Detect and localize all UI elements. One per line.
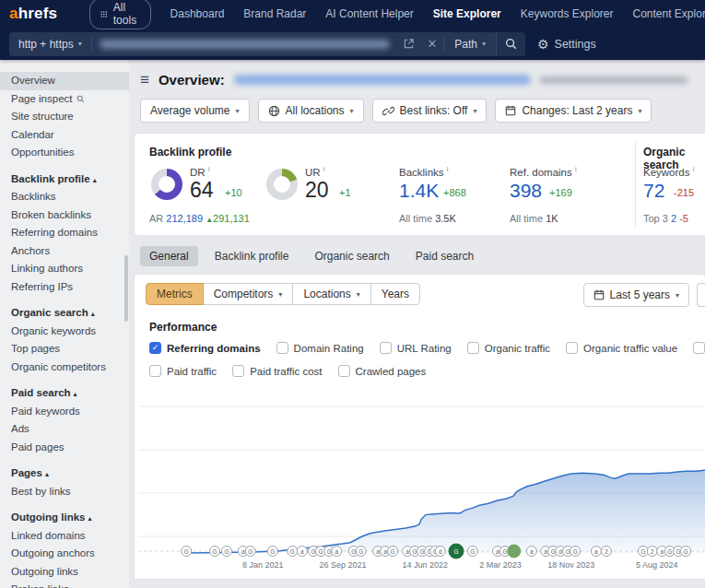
sidebar-item-backlinks[interactable]: Backlinks	[0, 188, 129, 206]
date-range-dropdown[interactable]: Last 5 years ▾	[583, 283, 689, 307]
sidebar-item-organic-search[interactable]: Organic search▴	[0, 304, 129, 323]
metric-checkbox-organic-pages[interactable]: Organic pages	[693, 342, 705, 354]
google-update-marker[interactable]: G	[570, 547, 581, 557]
tab-organic-search[interactable]: Organic search	[305, 246, 398, 266]
sidebar-item-ads[interactable]: Ads	[0, 420, 129, 439]
google-update-marker[interactable]: G	[356, 547, 366, 557]
checkbox-unchecked-icon[interactable]	[232, 365, 244, 377]
topnav-item-brand-radar[interactable]: Brand Radar	[243, 7, 306, 20]
segment-metrics[interactable]: Metrics	[146, 283, 204, 305]
google-update-marker[interactable]: a	[332, 547, 342, 557]
google-update-marker[interactable]: G	[681, 547, 691, 557]
sidebar-item-overview[interactable]: Overview	[0, 72, 129, 90]
referring-domains-chart[interactable]: GGGaGGGaGGGaGGaaGaGGGGdGGaGaaGdGGa2G2aGG…	[135, 393, 705, 579]
google-update-marker[interactable]	[508, 545, 521, 558]
topnav-item-keywords-explorer[interactable]: Keywords Explorer	[521, 7, 614, 20]
sidebar-item-paid-pages[interactable]: Paid pages	[0, 439, 129, 457]
google-update-marker[interactable]: G	[388, 547, 398, 557]
metric-checkbox-organic-traffic[interactable]: Organic traffic	[467, 342, 550, 354]
tab-paid-search[interactable]: Paid search	[406, 246, 483, 266]
protocol-dropdown[interactable]: http + https▾	[9, 38, 91, 51]
sidebar-item-paid-search[interactable]: Paid search▴	[0, 384, 129, 403]
filter-changes-last-2-years[interactable]: Changes: Last 2 years▾	[495, 99, 652, 123]
sidebar-item-outgoing-anchors[interactable]: Outgoing anchors	[0, 545, 129, 563]
segment-years[interactable]: Years	[370, 283, 420, 305]
google-update-marker[interactable]: G	[221, 547, 231, 557]
menu-icon[interactable]: ≡	[140, 72, 149, 88]
checkbox-unchecked-icon[interactable]	[693, 342, 705, 354]
sidebar-item-outgoing-links[interactable]: Outgoing links	[0, 563, 129, 582]
topnav-item-dashboard[interactable]: Dashboard	[170, 7, 225, 20]
settings-button[interactable]: ⚙Settings	[537, 37, 596, 52]
google-update-marker[interactable]: 2	[601, 547, 611, 557]
sidebar-item-pages[interactable]: Pages▴	[0, 465, 129, 483]
metric-checkbox-paid-traffic[interactable]: Paid traffic	[149, 365, 217, 377]
sidebar-item-referring-domains[interactable]: Referring domains	[0, 224, 129, 242]
filter-average-volume[interactable]: Average volume▾	[140, 99, 250, 123]
sidebar-item-calendar[interactable]: Calendar	[0, 126, 129, 145]
topnav-item-site-explorer[interactable]: Site Explorer	[433, 7, 501, 20]
sidebar-item-linked-domains[interactable]: Linked domains	[0, 527, 129, 546]
sidebar-item-backlink-profile[interactable]: Backlink profile▴	[0, 171, 129, 189]
metric-checkbox-domain-rating[interactable]: Domain Rating	[276, 342, 364, 354]
clipped-button[interactable]	[697, 283, 705, 307]
google-update-marker[interactable]: G	[288, 547, 298, 557]
ahrefs-logo[interactable]: ahrefs	[9, 5, 57, 23]
checkbox-unchecked-icon[interactable]	[338, 365, 350, 377]
sidebar-item-top-pages[interactable]: Top pages	[0, 340, 129, 359]
google-update-marker[interactable]: G	[467, 547, 477, 557]
all-tools-button[interactable]: All tools	[89, 0, 150, 29]
target-url-redacted[interactable]	[100, 40, 391, 49]
sidebar-item-referring-ips[interactable]: Referring IPs	[0, 278, 129, 297]
google-update-marker[interactable]: G	[210, 547, 220, 557]
metric-checkbox-url-rating[interactable]: URL Rating	[380, 342, 452, 354]
sidebar-item-site-structure[interactable]: Site structure	[0, 108, 129, 126]
ref-domains-value[interactable]: 398	[510, 180, 542, 202]
clear-icon[interactable]: ✕	[427, 37, 437, 51]
checkbox-unchecked-icon[interactable]	[149, 365, 161, 377]
metric-checkbox-crawled-pages[interactable]: Crawled pages	[338, 365, 427, 377]
backlinks-value[interactable]: 1.4K	[399, 180, 439, 202]
checkbox-unchecked-icon[interactable]	[380, 342, 392, 354]
topnav-item-ai-content-helper[interactable]: AI Content Helper	[325, 7, 413, 20]
google-update-marker[interactable]: G	[182, 547, 192, 557]
sidebar-item-linking-authors[interactable]: Linking authors	[0, 260, 129, 278]
google-update-marker[interactable]: G	[245, 547, 255, 557]
google-update-marker[interactable]: a	[526, 547, 536, 557]
sidebar-item-outgoing-links[interactable]: Outgoing links▴	[0, 509, 129, 527]
filter-best-links-off[interactable]: Best links: Off▾	[372, 99, 488, 123]
external-link-icon[interactable]	[403, 38, 415, 50]
google-update-marker[interactable]: a	[591, 547, 601, 557]
sidebar-item-organic-competitors[interactable]: Organic competitors	[0, 359, 129, 377]
topnav-item-content-explorer[interactable]: Content Explorer	[633, 7, 705, 20]
sidebar-item-broken-backlinks[interactable]: Broken backlinks	[0, 206, 129, 225]
sidebar-item-anchors[interactable]: Anchors	[0, 242, 129, 261]
keywords-value[interactable]: 72	[643, 180, 664, 202]
checkbox-unchecked-icon[interactable]	[566, 342, 578, 354]
target-domain-redacted[interactable]	[234, 75, 531, 85]
tab-backlink-profile[interactable]: Backlink profile	[206, 246, 299, 266]
google-update-marker[interactable]: 2	[647, 547, 657, 557]
search-button[interactable]	[496, 32, 525, 56]
sidebar-item-broken-links[interactable]: Broken links	[0, 581, 129, 588]
sidebar-item-paid-keywords[interactable]: Paid keywords	[0, 403, 129, 421]
google-update-marker[interactable]: G	[449, 544, 464, 559]
sidebar-item-page-inspect[interactable]: Page inspect	[0, 90, 129, 109]
sidebar-scrollbar[interactable]	[124, 255, 128, 322]
segment-competitors[interactable]: Competitors▾	[203, 283, 294, 305]
path-mode-dropdown[interactable]: Path▾	[444, 38, 496, 51]
checkbox-unchecked-icon[interactable]	[467, 342, 479, 354]
google-update-marker[interactable]: a	[297, 547, 307, 557]
metric-checkbox-paid-traffic-cost[interactable]: Paid traffic cost	[232, 365, 322, 377]
google-update-marker[interactable]: G	[267, 547, 277, 557]
filter-all-locations[interactable]: All locations▾	[258, 99, 364, 123]
metric-checkbox-referring-domains[interactable]: ✓Referring domains	[149, 342, 261, 354]
metric-checkbox-organic-traffic-value[interactable]: Organic traffic value	[566, 342, 677, 354]
checkbox-unchecked-icon[interactable]	[276, 342, 288, 354]
sidebar-item-best-by-links[interactable]: Best by links	[0, 483, 129, 501]
tab-general[interactable]: General	[140, 246, 198, 266]
sidebar-item-organic-keywords[interactable]: Organic keywords	[0, 323, 129, 341]
checkbox-checked-icon[interactable]: ✓	[149, 342, 161, 354]
sidebar-item-opportunities[interactable]: Opportunities	[0, 144, 129, 162]
segment-locations[interactable]: Locations▾	[292, 283, 370, 305]
